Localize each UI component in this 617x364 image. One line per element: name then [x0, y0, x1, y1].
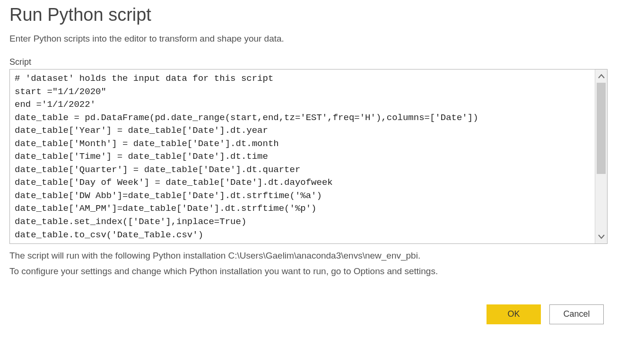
script-editor[interactable]: # 'dataset' holds the input data for thi… — [10, 69, 595, 243]
ok-button[interactable]: OK — [487, 304, 541, 324]
configure-hint-text: To configure your settings and change wh… — [9, 264, 608, 278]
scroll-up-arrow-icon[interactable] — [595, 69, 607, 83]
scroll-thumb[interactable] — [597, 83, 606, 174]
scroll-down-arrow-icon[interactable] — [595, 230, 607, 243]
scroll-track[interactable] — [595, 83, 607, 230]
dialog-subtitle: Enter Python scripts into the editor to … — [9, 34, 608, 44]
button-row: OK Cancel — [9, 304, 608, 324]
installation-path-text: The script will run with the following P… — [9, 249, 608, 262]
cancel-button[interactable]: Cancel — [549, 304, 604, 324]
script-label: Script — [9, 57, 608, 67]
script-editor-container: # 'dataset' holds the input data for thi… — [9, 69, 608, 244]
dialog-title: Run Python script — [9, 5, 608, 25]
vertical-scrollbar[interactable] — [595, 69, 607, 243]
